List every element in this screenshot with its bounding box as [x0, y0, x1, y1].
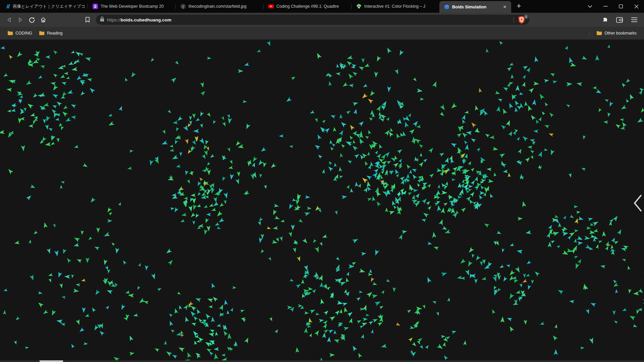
- folder-icon: [596, 31, 602, 36]
- menu-hamburger-icon[interactable]: [629, 15, 639, 25]
- window-minimize-button[interactable]: [598, 0, 613, 13]
- home-button[interactable]: [38, 14, 49, 25]
- bookmark-page-button[interactable]: [82, 14, 93, 25]
- horizontal-scrollbar-thumb[interactable]: [40, 360, 63, 362]
- tab-strip: 画像とレイアウト｜クリエイティブコーデ The Web Developer Bo…: [0, 0, 644, 13]
- tab-search-chevron-down-icon[interactable]: [582, 0, 598, 13]
- bookmark-folder-coding[interactable]: CODING: [4, 29, 36, 37]
- bookmarks-bar: CODING Reading Other bookmarks: [0, 27, 644, 40]
- tab-title: Interactive #1: Color Flocking – J: [364, 4, 436, 9]
- extensions-puzzle-icon[interactable]: [600, 15, 610, 25]
- shield-badge-count: 3: [524, 14, 528, 19]
- youtube-icon: [268, 4, 274, 9]
- brave-shield-icon[interactable]: 3: [518, 16, 526, 24]
- bookmark-folder-label: CODING: [15, 31, 32, 36]
- bookmarks-divider: [589, 30, 590, 36]
- window-maximize-button[interactable]: [613, 0, 629, 13]
- brave-wallet-icon[interactable]: [614, 15, 625, 25]
- lock-icon: [100, 16, 104, 23]
- horizontal-scrollbar-track[interactable]: [0, 360, 644, 362]
- slashes-icon: [5, 4, 10, 9]
- tab-creative-coding[interactable]: 画像とレイアウト｜クリエイティブコーデ: [0, 0, 88, 13]
- chevron-left-icon[interactable]: [632, 193, 643, 213]
- url-host: boids.cubedhuang.com: [121, 17, 172, 22]
- other-bookmarks-label: Other bookmarks: [604, 31, 637, 36]
- tab-title: 画像とレイアウト｜クリエイティブコーデ: [13, 4, 85, 9]
- window-close-button[interactable]: [629, 0, 644, 13]
- browser-window: 画像とレイアウト｜クリエイティブコーデ The Web Developer Bo…: [0, 0, 644, 362]
- back-button[interactable]: [3, 14, 15, 25]
- tab-title: thecodingtrain.com/starfield.jpg: [189, 4, 260, 9]
- boids-page: [0, 40, 644, 362]
- mushroom-icon: [356, 4, 362, 9]
- bookmark-folder-reading[interactable]: Reading: [36, 29, 66, 37]
- cube-icon: [444, 4, 449, 10]
- new-tab-button[interactable]: +: [513, 1, 525, 12]
- tab-color-flocking[interactable]: Interactive #1: Color Flocking – J: [352, 0, 439, 13]
- bookmark-folder-label: Reading: [47, 31, 63, 36]
- url-text: https://boids.cubedhuang.com: [107, 17, 171, 22]
- tab-codingtrain-starfield[interactable]: thecodingtrain.com/starfield.jpg: [176, 0, 264, 13]
- url-scheme: https://: [107, 17, 121, 22]
- boids-simulation-canvas[interactable]: [0, 40, 644, 362]
- tab-title: Coding Challenge #98.1: Quadtre: [276, 4, 348, 9]
- tab-close-icon[interactable]: ✕: [502, 4, 508, 10]
- tab-coding-challenge[interactable]: Coding Challenge #98.1: Quadtre: [264, 0, 352, 13]
- tab-web-dev-bootcamp[interactable]: The Web Developer Bootcamp 20: [88, 0, 176, 13]
- tab-title: The Web Developer Bootcamp 20: [101, 4, 172, 9]
- address-bar[interactable]: https://boids.cubedhuang.com 3: [96, 15, 529, 25]
- browser-toolbar: https://boids.cubedhuang.com 3: [0, 13, 644, 27]
- other-bookmarks-button[interactable]: Other bookmarks: [593, 29, 640, 37]
- reload-button[interactable]: [26, 14, 38, 25]
- tab-boids-simulation-active[interactable]: Boids Simulation ✕: [439, 1, 511, 13]
- github-icon: [180, 4, 186, 9]
- forward-button[interactable]: [15, 14, 26, 25]
- udemy-icon: [93, 4, 98, 9]
- folder-icon: [39, 31, 45, 36]
- urlbar-divider: [514, 17, 514, 23]
- tab-title: Boids Simulation: [452, 5, 499, 9]
- toolbar-right-group: [600, 15, 641, 25]
- folder-icon: [7, 31, 13, 36]
